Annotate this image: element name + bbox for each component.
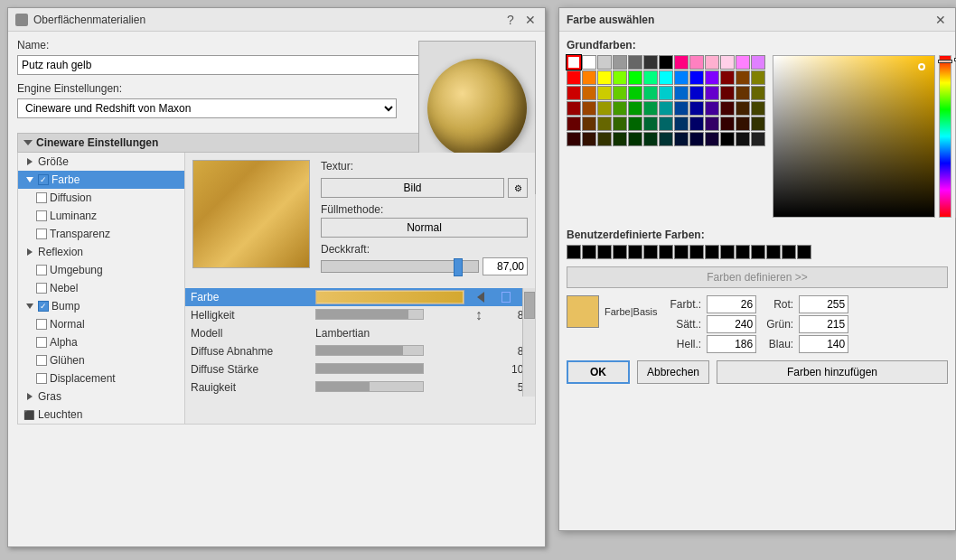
color-cell-1-9[interactable]: [705, 70, 719, 85]
table-row-diffuse-staerke[interactable]: Diffuse Stärke 100: [185, 360, 535, 378]
color-cell-4-1[interactable]: [582, 117, 596, 131]
sidebar-item-alpha[interactable]: Alpha: [18, 333, 184, 351]
custom-color-2[interactable]: [597, 245, 612, 259]
custom-color-6[interactable]: [659, 245, 673, 259]
color-cell-3-11[interactable]: [736, 101, 750, 116]
umgebung-checkbox[interactable]: [36, 265, 47, 275]
picker-hue-bar[interactable]: [939, 55, 951, 218]
color-cell-2-7[interactable]: [674, 86, 689, 100]
sidebar-item-luminanz[interactable]: Luminanz: [18, 207, 184, 225]
color-cell-4-11[interactable]: [736, 117, 750, 131]
farben-hinzufuegen-button[interactable]: Farben hinzufügen: [717, 360, 948, 384]
table-row-modell[interactable]: Modell Lambertian: [185, 324, 535, 342]
color-cell-4-10[interactable]: [720, 117, 735, 131]
nebel-checkbox[interactable]: [36, 283, 47, 294]
color-cell-5-6[interactable]: [659, 132, 673, 146]
gruen-input[interactable]: [799, 315, 848, 333]
sidebar-item-gras[interactable]: Gras: [18, 387, 184, 406]
normal-button[interactable]: Normal: [321, 218, 528, 238]
color-cell-2-11[interactable]: [736, 86, 750, 100]
color-cell-0-1[interactable]: [582, 55, 596, 70]
helligkeit-slider[interactable]: [315, 309, 424, 320]
color-cell-0-2[interactable]: [597, 55, 612, 70]
normal-checkbox[interactable]: [36, 319, 47, 330]
color-cell-0-4[interactable]: [628, 55, 642, 70]
gluehen-checkbox[interactable]: [36, 355, 47, 366]
color-cell-1-2[interactable]: [597, 70, 612, 85]
color-cell-4-3[interactable]: [613, 117, 627, 131]
color-cell-3-1[interactable]: [582, 101, 596, 116]
color-cell-4-5[interactable]: [643, 117, 658, 131]
color-cell-4-2[interactable]: [597, 117, 612, 131]
bild-button[interactable]: Bild: [321, 178, 504, 198]
bump-checkbox[interactable]: [38, 301, 49, 312]
cp-close-button[interactable]: ✕: [933, 13, 948, 27]
sidebar-item-leuchten[interactable]: ⬛ Leuchten: [18, 406, 184, 424]
picker-gradient[interactable]: [773, 55, 935, 218]
color-cell-2-10[interactable]: [720, 86, 735, 100]
color-cell-4-8[interactable]: [689, 117, 704, 131]
color-cell-1-10[interactable]: [720, 70, 735, 85]
custom-color-4[interactable]: [628, 245, 642, 259]
engine-select[interactable]: Cineware und Redshift von Maxon: [17, 98, 397, 118]
sidebar-item-transparenz[interactable]: Transparenz: [18, 225, 184, 243]
color-cell-3-2[interactable]: [597, 101, 612, 116]
color-cell-2-9[interactable]: [705, 86, 719, 100]
color-cell-2-6[interactable]: [659, 86, 673, 100]
color-cell-0-10[interactable]: [720, 55, 735, 70]
color-cell-4-6[interactable]: [659, 117, 673, 131]
deckkraft-value[interactable]: 87,00: [483, 257, 528, 275]
displacement-checkbox[interactable]: [36, 373, 47, 384]
farben-definieren-button[interactable]: Farben definieren >>: [567, 266, 948, 288]
color-cell-4-7[interactable]: [674, 117, 689, 131]
color-cell-0-5[interactable]: [643, 55, 658, 70]
custom-color-15[interactable]: [797, 245, 811, 259]
color-cell-0-9[interactable]: [705, 55, 719, 70]
custom-color-13[interactable]: [766, 245, 781, 259]
color-cell-1-11[interactable]: [736, 70, 750, 85]
color-cell-5-4[interactable]: [628, 132, 642, 146]
color-cell-5-9[interactable]: [705, 132, 719, 146]
color-cell-0-11[interactable]: [736, 55, 750, 70]
color-cell-2-1[interactable]: [582, 86, 596, 100]
color-cell-1-4[interactable]: [628, 70, 642, 85]
color-cell-3-10[interactable]: [720, 101, 735, 116]
sidebar-item-umgebung[interactable]: Umgebung: [18, 261, 184, 279]
color-cell-4-4[interactable]: [628, 117, 642, 131]
color-cell-0-7[interactable]: [674, 55, 689, 70]
color-cell-0-8[interactable]: [689, 55, 704, 70]
sidebar-item-nebel[interactable]: Nebel: [18, 279, 184, 297]
color-cell-1-5[interactable]: [643, 70, 658, 85]
color-cell-4-0[interactable]: [567, 117, 581, 131]
custom-color-10[interactable]: [720, 245, 735, 259]
help-button[interactable]: ?: [503, 13, 518, 27]
color-cell-2-8[interactable]: [689, 86, 704, 100]
sidebar-item-diffusion[interactable]: Diffusion: [18, 189, 184, 207]
transparenz-checkbox[interactable]: [36, 229, 47, 239]
color-cell-1-0[interactable]: [567, 70, 581, 85]
color-cell-1-6[interactable]: [659, 70, 673, 85]
color-cell-5-8[interactable]: [689, 132, 704, 146]
custom-color-7[interactable]: [674, 245, 689, 259]
color-cell-1-3[interactable]: [613, 70, 627, 85]
color-cell-2-0[interactable]: [567, 86, 581, 100]
deckkraft-slider-thumb[interactable]: [454, 258, 463, 276]
color-cell-5-5[interactable]: [643, 132, 658, 146]
color-cell-3-8[interactable]: [689, 101, 704, 116]
color-cell-3-7[interactable]: [674, 101, 689, 116]
sidebar-item-bump[interactable]: Bump: [18, 297, 184, 315]
sidebar-item-groesse[interactable]: Größe: [18, 153, 184, 171]
diffuse-staerke-slider[interactable]: [315, 363, 424, 374]
sidebar-item-farbe[interactable]: Farbe: [18, 171, 184, 189]
custom-color-8[interactable]: [689, 245, 704, 259]
custom-color-0[interactable]: [567, 245, 581, 259]
color-cell-3-9[interactable]: [705, 101, 719, 116]
farbs-input[interactable]: [707, 315, 756, 333]
abbrechen-button[interactable]: Abbrechen: [637, 360, 709, 384]
color-cell-5-11[interactable]: [736, 132, 750, 146]
color-cell-5-2[interactable]: [597, 132, 612, 146]
rot-input[interactable]: [799, 295, 848, 313]
color-cell-3-3[interactable]: [613, 101, 627, 116]
color-cell-2-12[interactable]: [751, 86, 765, 100]
color-cell-4-9[interactable]: [705, 117, 719, 131]
